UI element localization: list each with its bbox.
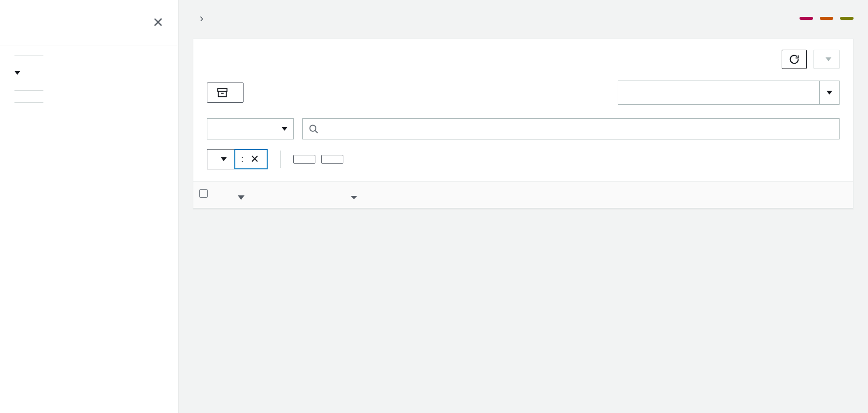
findings-table [193,181,853,208]
badge-low[interactable] [840,17,854,20]
filter-chip-resource-type[interactable]: : ✕ [234,149,268,169]
sidebar: ✕ [0,0,178,413]
clear-filters-button[interactable] [321,155,343,164]
svg-point-3 [310,125,316,132]
badge-high[interactable] [800,17,813,20]
column-finding-type[interactable] [334,195,357,200]
svg-line-4 [315,131,318,133]
chevron-down-icon [14,71,20,75]
main: › [178,0,868,413]
divider [0,45,178,45]
badge-medium[interactable] [820,17,833,20]
filter-status-select[interactable] [207,118,294,139]
refresh-button[interactable] [782,50,807,69]
save-edit-button[interactable] [293,155,315,164]
svg-rect-1 [218,91,227,96]
divider [14,102,43,103]
showing-text [777,13,791,24]
breadcrumb: › [193,12,210,25]
search-icon [309,124,318,134]
topbar: › [178,0,868,39]
filter-attribute-input[interactable] [302,118,840,139]
refresh-icon [789,54,800,65]
divider [14,90,43,91]
select-all-checkbox[interactable] [199,189,208,198]
archive-icon [217,88,228,97]
saved-rules-select[interactable] [618,81,840,105]
chevron-right-icon: › [200,12,203,25]
column-resource[interactable] [637,181,853,208]
sort-icon [351,196,357,199]
section-protection-plans[interactable] [14,67,163,81]
chevron-down-icon [827,91,832,95]
chevron-down-icon [826,57,831,61]
close-icon[interactable]: ✕ [248,153,261,165]
sort-desc-icon [238,195,244,200]
content-panel: : ✕ [193,39,854,209]
include-toggle[interactable] [207,149,234,169]
column-severity[interactable] [233,195,244,200]
chevron-down-icon [221,157,227,161]
actions-button[interactable] [814,50,840,69]
divider [14,55,43,55]
chevron-down-icon [282,127,287,131]
suppress-findings-button[interactable] [207,83,244,103]
divider [280,151,281,168]
close-icon[interactable]: ✕ [152,14,163,30]
